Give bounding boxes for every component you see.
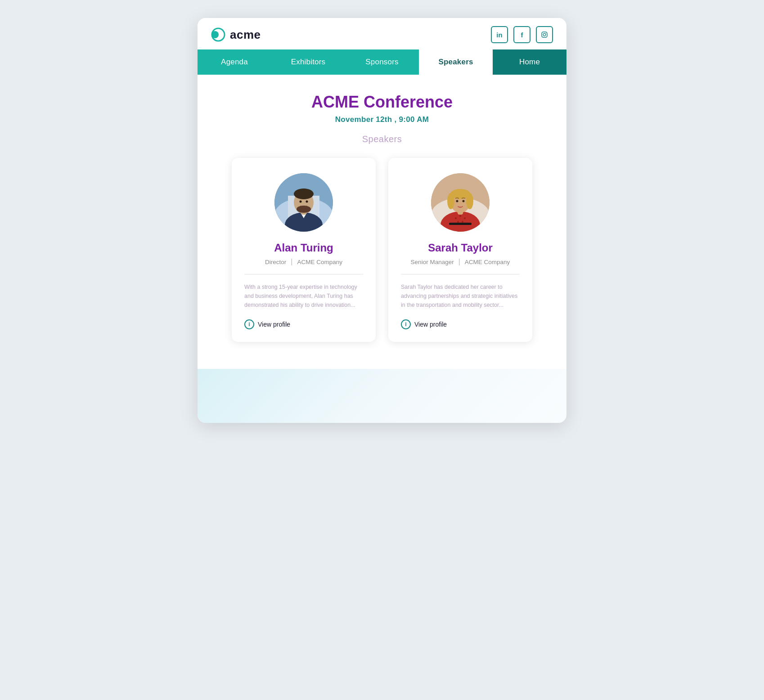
svg-point-12 xyxy=(294,188,314,199)
info-icon-alan: i xyxy=(244,319,254,329)
speaker-company-sarah: ACME Company xyxy=(465,259,510,265)
speaker-card-sarah: Sarah Taylor Senior Manager | ACME Compa… xyxy=(388,158,532,342)
avatar-alan-svg xyxy=(274,173,333,232)
facebook-icon: f xyxy=(521,31,523,39)
bottom-glow xyxy=(198,369,566,423)
info-icon-sarah: i xyxy=(401,319,411,329)
svg-point-28 xyxy=(447,193,454,209)
svg-point-29 xyxy=(466,193,473,209)
role-divider-alan: | xyxy=(291,258,292,266)
speaker-company-alan: ACME Company xyxy=(297,259,342,265)
view-profile-text-alan: View profile xyxy=(258,321,290,328)
instagram-icon xyxy=(541,31,548,38)
speaker-role-row-sarah: Senior Manager | ACME Company xyxy=(411,258,510,266)
svg-point-22 xyxy=(457,221,459,223)
svg-point-23 xyxy=(462,221,463,223)
linkedin-icon: in xyxy=(496,31,502,39)
role-divider-sarah: | xyxy=(458,258,460,266)
linkedin-button[interactable]: in xyxy=(491,26,508,43)
speaker-role-sarah: Senior Manager xyxy=(411,259,454,265)
nav-home[interactable]: Home xyxy=(493,49,566,75)
svg-point-30 xyxy=(456,200,458,202)
speaker-role-row-alan: Director | ACME Company xyxy=(265,258,342,266)
avatar-sarah xyxy=(431,173,490,232)
logo-icon xyxy=(211,27,225,42)
svg-point-1 xyxy=(211,31,219,38)
view-profile-text-sarah: View profile xyxy=(414,321,447,328)
svg-point-4 xyxy=(546,33,546,33)
speaker-card-alan: Alan Turing Director | ACME Company With… xyxy=(232,158,376,342)
conference-title: ACME Conference xyxy=(216,93,548,112)
social-icons: in f xyxy=(491,26,553,43)
svg-point-14 xyxy=(300,201,302,203)
svg-rect-2 xyxy=(542,32,547,37)
instagram-button[interactable] xyxy=(536,26,553,43)
speaker-role-alan: Director xyxy=(265,259,286,265)
logo-text: acme xyxy=(230,28,261,42)
facebook-button[interactable]: f xyxy=(513,26,530,43)
nav-speakers[interactable]: Speakers xyxy=(419,49,493,75)
nav: Agenda Exhibitors Sponsors Speakers Home xyxy=(198,49,566,75)
nav-sponsors[interactable]: Sponsors xyxy=(345,49,419,75)
speaker-name-alan: Alan Turing xyxy=(274,242,333,254)
logo-area: acme xyxy=(211,27,261,42)
svg-point-19 xyxy=(455,217,457,219)
page-wrapper: acme in f Agenda Exhibitors Sponsors Spe… xyxy=(198,18,566,423)
svg-point-15 xyxy=(306,201,308,203)
svg-point-20 xyxy=(459,215,461,217)
main-content: ACME Conference November 12th , 9:00 AM … xyxy=(198,75,566,364)
nav-exhibitors[interactable]: Exhibitors xyxy=(271,49,345,75)
avatar-sarah-svg xyxy=(431,173,490,232)
svg-point-21 xyxy=(464,217,466,219)
avatar-alan xyxy=(274,173,333,232)
svg-point-31 xyxy=(463,200,465,202)
speaker-bio-alan: With a strong 15-year expertise in techn… xyxy=(244,283,363,310)
card-divider-sarah xyxy=(401,274,520,274)
view-profile-btn-alan[interactable]: i View profile xyxy=(244,319,290,329)
svg-point-3 xyxy=(543,33,546,36)
svg-point-13 xyxy=(297,206,311,213)
card-divider-alan xyxy=(244,274,363,274)
header: acme in f xyxy=(198,18,566,49)
svg-rect-24 xyxy=(449,223,472,225)
view-profile-btn-sarah[interactable]: i View profile xyxy=(401,319,447,329)
speakers-cards-row: Alan Turing Director | ACME Company With… xyxy=(216,158,548,342)
speaker-bio-sarah: Sarah Taylor has dedicated her career to… xyxy=(401,283,520,310)
speaker-name-sarah: Sarah Taylor xyxy=(428,242,493,254)
nav-agenda[interactable]: Agenda xyxy=(198,49,271,75)
speakers-section-heading: Speakers xyxy=(216,134,548,144)
conference-date: November 12th , 9:00 AM xyxy=(216,115,548,124)
